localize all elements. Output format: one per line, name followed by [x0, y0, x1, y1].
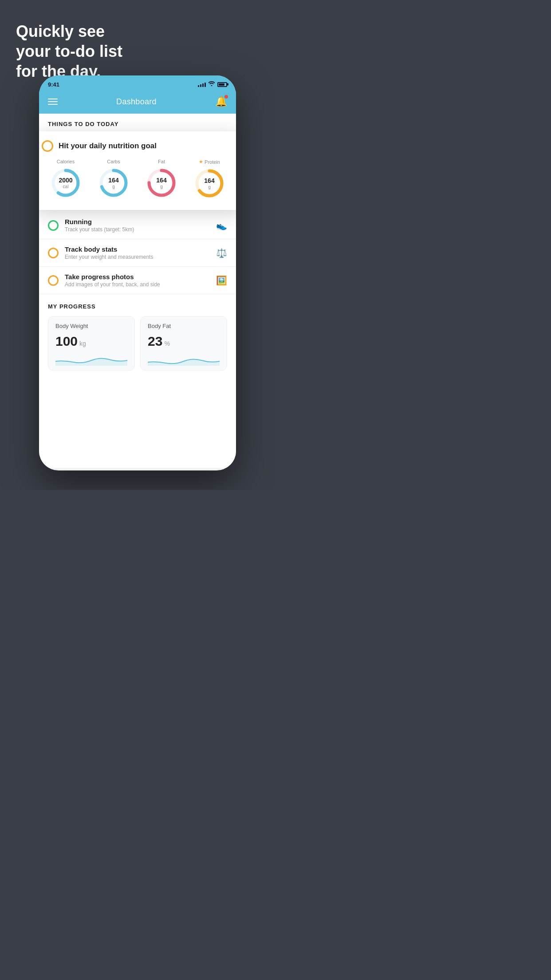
- bodystats-checkbox[interactable]: [48, 248, 59, 258]
- body-weight-card[interactable]: Body Weight 100 kg: [48, 316, 135, 371]
- photos-title: Take progress photos: [65, 273, 210, 281]
- protein-unit: g: [204, 185, 214, 190]
- headline-line1: Quickly see: [16, 22, 105, 40]
- status-time: 9:41: [48, 81, 59, 88]
- nutrition-carbs: Carbs 164 g: [98, 159, 130, 199]
- carbs-unit: g: [108, 185, 118, 190]
- body-weight-title: Body Weight: [55, 323, 127, 329]
- protein-ring: 164 g: [193, 167, 225, 199]
- running-text: Running Track your stats (target: 5km): [65, 218, 210, 233]
- calories-ring: 2000 cal: [50, 167, 82, 199]
- notification-badge: [224, 95, 228, 99]
- phone-mockup: 9:41 Dashboard 🔔: [39, 75, 236, 470]
- body-weight-chart: [55, 352, 127, 366]
- menu-button[interactable]: [48, 99, 58, 105]
- fat-label: Fat: [158, 159, 165, 164]
- photos-text: Take progress photos Add images of your …: [65, 273, 210, 288]
- nutrition-card: Hit your daily nutrition goal Calories 2…: [39, 131, 236, 210]
- fat-value: 164: [156, 177, 166, 184]
- body-fat-title: Body Fat: [148, 323, 220, 329]
- fat-ring: 164 g: [146, 167, 177, 199]
- body-fat-card[interactable]: Body Fat 23 %: [140, 316, 227, 371]
- protein-label: ★ Protein: [199, 159, 220, 165]
- photos-checkbox[interactable]: [48, 275, 59, 286]
- wifi-icon: [209, 81, 215, 87]
- body-weight-value: 100: [55, 334, 78, 349]
- body-fat-value-row: 23 %: [148, 334, 220, 349]
- running-subtitle: Track your stats (target: 5km): [65, 226, 210, 233]
- section-header: THINGS TO DO TODAY: [39, 114, 236, 132]
- calories-value: 2000: [59, 177, 72, 184]
- card-header: Hit your daily nutrition goal: [42, 140, 233, 152]
- shoe-icon: 👟: [216, 220, 227, 231]
- todo-item-running[interactable]: Running Track your stats (target: 5km) 👟: [39, 212, 236, 239]
- progress-title: MY PROGRESS: [48, 303, 227, 310]
- photo-icon: 🖼️: [216, 275, 227, 286]
- running-title: Running: [65, 218, 210, 225]
- carbs-label: Carbs: [107, 159, 120, 164]
- nav-bar: Dashboard 🔔: [39, 91, 236, 114]
- nav-title: Dashboard: [116, 97, 157, 107]
- todo-list: Running Track your stats (target: 5km) 👟…: [39, 212, 236, 294]
- carbs-value: 164: [108, 177, 118, 184]
- notification-button[interactable]: 🔔: [215, 96, 227, 107]
- battery-icon: [217, 82, 227, 87]
- scale-icon: ⚖️: [216, 248, 227, 258]
- calories-label: Calories: [57, 159, 75, 164]
- card-radio[interactable]: [42, 140, 53, 152]
- nutrition-calories: Calories 2000 cal: [50, 159, 82, 199]
- calories-unit: cal: [59, 185, 72, 190]
- body-fat-unit: %: [164, 340, 169, 347]
- status-icons: [198, 81, 227, 87]
- carbs-ring: 164 g: [98, 167, 130, 199]
- headline-line2: your to-do list: [16, 42, 122, 60]
- nutrition-protein: ★ Protein 164 g: [193, 159, 225, 199]
- body-weight-value-row: 100 kg: [55, 334, 127, 349]
- photos-subtitle: Add images of your front, back, and side: [65, 281, 210, 288]
- body-weight-unit: kg: [79, 340, 86, 347]
- bodystats-text: Track body stats Enter your weight and m…: [65, 245, 210, 260]
- running-checkbox[interactable]: [48, 220, 59, 231]
- background-headline: Quickly see your to-do list for the day.: [16, 21, 122, 81]
- todo-item-bodystats[interactable]: Track body stats Enter your weight and m…: [39, 239, 236, 267]
- body-fat-chart: [148, 352, 220, 366]
- bodystats-subtitle: Enter your weight and measurements: [65, 254, 210, 260]
- nutrition-fat: Fat 164 g: [146, 159, 177, 199]
- progress-section: MY PROGRESS Body Weight 100 kg: [39, 294, 236, 375]
- phone-content: THINGS TO DO TODAY Hit your daily nutrit…: [39, 114, 236, 468]
- status-bar: 9:41: [39, 75, 236, 91]
- star-icon: ★: [199, 159, 203, 165]
- nutrition-grid: Calories 2000 cal Carbs: [42, 159, 233, 199]
- progress-cards: Body Weight 100 kg Body Fat: [48, 316, 227, 371]
- bodystats-title: Track body stats: [65, 245, 210, 253]
- fat-unit: g: [156, 185, 166, 190]
- todo-item-photos[interactable]: Take progress photos Add images of your …: [39, 267, 236, 294]
- body-fat-value: 23: [148, 334, 162, 349]
- card-title: Hit your daily nutrition goal: [59, 142, 157, 150]
- signal-icon: [198, 82, 206, 87]
- protein-value: 164: [204, 177, 214, 184]
